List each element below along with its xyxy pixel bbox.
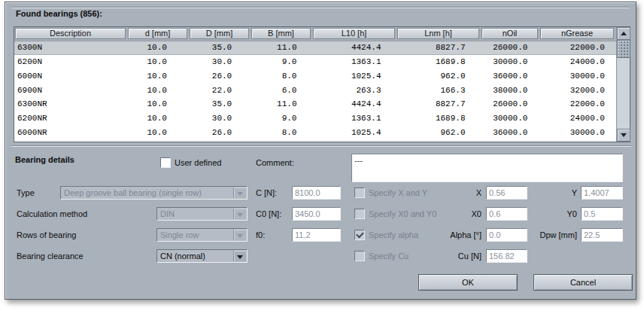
table-cell: 30.0	[179, 111, 244, 126]
user-defined-checkbox[interactable]	[160, 157, 171, 168]
cu-label: Cu [N]	[396, 249, 481, 263]
bearing-clearance-value: CN (normal)	[160, 250, 232, 262]
bearing-selection-dialog: Found bearings (856): Descriptiond [mm]D…	[5, 2, 636, 300]
bearing-table-header: Descriptiond [mm]D [mm]B [mm]L10 [h]Lnm …	[14, 27, 617, 41]
x-field	[486, 186, 527, 200]
y-field	[581, 186, 623, 200]
alpha-field	[486, 228, 527, 242]
f0-label: f0:	[256, 228, 265, 242]
f0-field	[292, 228, 341, 242]
table-cell: 6200NR	[14, 111, 114, 126]
cu-field	[486, 249, 527, 263]
table-row[interactable]: 6200N10.030.09.01363.11689.830000.024000…	[14, 55, 617, 69]
dpw-label: Dpw [mm]	[524, 228, 577, 242]
bearing-clearance-combobox[interactable]: CN (normal)	[156, 249, 248, 263]
column-header[interactable]: nOil	[481, 27, 539, 41]
table-cell: 26.0	[179, 69, 244, 84]
table-cell: 9.0	[244, 55, 308, 69]
table-cell: 36000.0	[478, 69, 540, 84]
table-cell: 1363.1	[308, 111, 393, 126]
table-row[interactable]: 6300N10.035.011.04424.48827.726000.02200…	[14, 41, 617, 55]
bearing-clearance-dropdown-button[interactable]	[233, 251, 246, 261]
table-cell: 962.0	[393, 69, 478, 84]
table-cell: 26000.0	[478, 97, 540, 111]
table-cell: 22.0	[179, 84, 244, 98]
scroll-down-button[interactable]	[617, 129, 630, 142]
table-cell: 6900N	[14, 84, 114, 98]
found-bearings-title: Found bearings (856):	[16, 9, 102, 18]
specify-xy-checkbox	[354, 188, 365, 198]
table-cell: 6000N	[14, 69, 114, 84]
rows-of-bearing-value: Single row	[160, 229, 232, 241]
table-cell: 8827.7	[393, 41, 478, 55]
table-row[interactable]: 6200NR10.030.09.01363.11689.830000.02400…	[14, 111, 617, 126]
table-cell: 26.0	[179, 126, 244, 140]
top-separator	[11, 7, 630, 8]
table-cell: 9.0	[244, 111, 308, 126]
comment-textarea[interactable]: ---	[351, 154, 623, 182]
table-cell: 30000.0	[478, 111, 540, 126]
table-cell: 32000.0	[539, 84, 617, 98]
table-row[interactable]: 6300NR10.035.011.04424.48827.726000.0220…	[14, 97, 617, 111]
scrollbar-thumb[interactable]	[617, 40, 630, 58]
table-row[interactable]: 6900N10.022.06.0263.3166.338000.032000.0	[14, 84, 617, 98]
comment-label: Comment:	[256, 156, 294, 169]
type-label: Type	[17, 186, 35, 200]
table-cell: 1025.4	[308, 69, 393, 84]
chevron-down-icon	[237, 213, 243, 217]
table-cell: 10.0	[114, 41, 179, 55]
table-cell: 10.0	[114, 97, 179, 111]
type-combobox: Deep groove ball bearing (single row)	[60, 186, 248, 200]
cancel-button[interactable]: Cancel	[533, 274, 633, 291]
x0-label: X0	[396, 207, 481, 221]
vertical-scrollbar[interactable]	[616, 27, 630, 142]
table-cell: 26000.0	[478, 41, 540, 55]
column-header-label: nGrease	[540, 28, 614, 39]
column-header-label: d [mm]	[128, 28, 187, 39]
alpha-label: Alpha [°]	[396, 228, 481, 242]
column-header[interactable]: Lnm [h]	[396, 27, 481, 41]
scroll-up-button[interactable]	[617, 27, 630, 40]
table-cell: 1025.4	[308, 126, 393, 140]
c0-label: C0 [N]:	[256, 207, 281, 221]
table-cell: 38000.0	[478, 84, 540, 98]
arrow-down-icon	[621, 133, 627, 137]
ok-button[interactable]: OK	[418, 274, 518, 291]
table-row[interactable]: 6000NR10.026.08.01025.4962.036000.030000…	[14, 126, 617, 140]
table-cell: 166.3	[393, 84, 478, 98]
rows-of-bearing-dropdown-button	[233, 230, 246, 240]
column-header[interactable]: D [mm]	[189, 27, 251, 41]
c-field	[292, 186, 341, 200]
table-cell: 30000.0	[539, 126, 617, 140]
user-defined-label: User defined	[175, 156, 221, 169]
c-label: C [N]:	[256, 186, 277, 200]
table-cell: 8827.7	[393, 97, 478, 111]
table-cell: 10.0	[114, 84, 179, 98]
column-header[interactable]: L10 [h]	[312, 27, 396, 41]
column-header[interactable]: B [mm]	[251, 27, 312, 41]
arrow-up-icon	[621, 32, 627, 35]
column-header[interactable]: nGrease	[539, 27, 615, 41]
table-cell: 10.0	[114, 126, 179, 140]
table-cell: 4424.4	[308, 97, 393, 111]
bearing-table-body: 6300N10.035.011.04424.48827.726000.02200…	[14, 41, 617, 142]
bearing-table: Descriptiond [mm]D [mm]B [mm]L10 [h]Lnm …	[14, 26, 630, 142]
table-cell: 22000.0	[539, 97, 617, 111]
table-cell: 24000.0	[539, 55, 617, 69]
column-header[interactable]: Description	[14, 27, 127, 41]
calculation-method-combobox: DIN	[156, 207, 248, 221]
table-cell: 6000NR	[14, 126, 114, 140]
table-row[interactable]: 6000N10.026.08.01025.4962.036000.030000.…	[14, 69, 617, 84]
table-cell: 962.0	[393, 126, 478, 140]
table-cell: 8.0	[244, 69, 308, 84]
table-cell: 10.0	[114, 55, 179, 69]
table-cell: 24000.0	[539, 111, 617, 126]
table-cell: 11.0	[244, 97, 308, 111]
table-cell: 30000.0	[478, 55, 540, 69]
table-cell: 6300NR	[14, 97, 114, 111]
column-header[interactable]: d [mm]	[127, 27, 189, 41]
chevron-down-icon	[237, 234, 243, 238]
type-dropdown-button	[233, 188, 246, 198]
table-cell: 6.0	[244, 84, 308, 98]
table-cell: 22000.0	[539, 41, 617, 55]
